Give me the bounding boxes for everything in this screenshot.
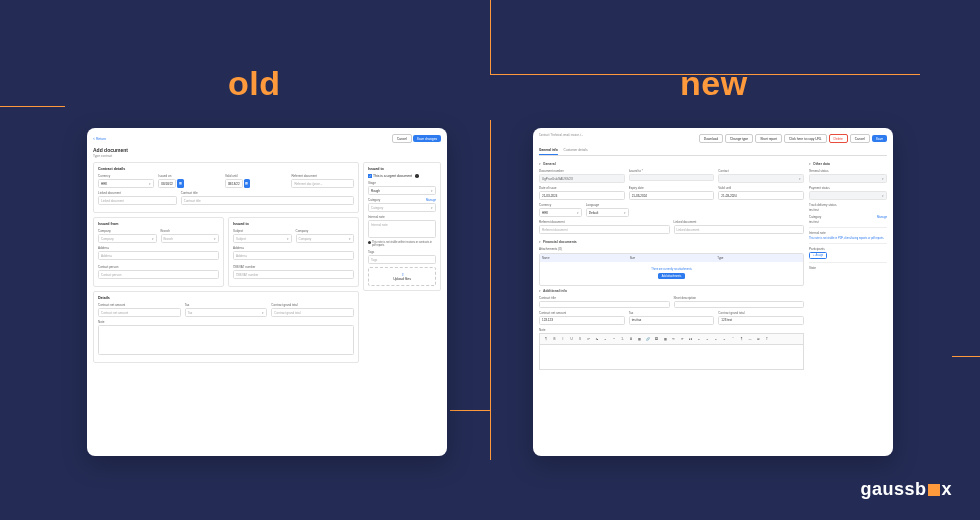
download-button[interactable]: Download: [699, 134, 723, 143]
assign-button[interactable]: +Assign: [809, 252, 827, 259]
toolbar-btn[interactable]: ≡: [721, 336, 729, 342]
breadcrumb[interactable]: Contract / Technical, email, invoice, t.…: [539, 134, 583, 137]
decoration: [450, 410, 490, 411]
contact-person-input[interactable]: Contact person: [98, 270, 219, 279]
toolbar-btn[interactable]: B: [551, 336, 559, 342]
general-status-select[interactable]: [809, 174, 887, 183]
grand-input[interactable]: 123 test: [718, 316, 804, 325]
short-report-button[interactable]: Short report: [755, 134, 782, 143]
urgent-checkbox[interactable]: [368, 174, 372, 178]
toolbar-btn[interactable]: T: [763, 336, 771, 342]
address-input[interactable]: Address: [233, 251, 354, 260]
decoration: [490, 0, 491, 74]
branch-select[interactable]: Branch: [161, 234, 220, 243]
change-type-button[interactable]: Change type: [725, 134, 753, 143]
add-attachments-button[interactable]: Add attachments: [658, 273, 685, 279]
contract-title-input[interactable]: [539, 301, 670, 308]
subject-select[interactable]: Subject: [233, 234, 292, 243]
upload-area[interactable]: ⇧Upload files: [368, 267, 436, 286]
currency-select[interactable]: HRK: [98, 179, 154, 188]
brand-logo: gaussbx: [860, 479, 952, 500]
toolbar-btn[interactable]: x²: [585, 336, 593, 342]
toolbar-btn[interactable]: ≡: [712, 336, 720, 342]
doc-number-input[interactable]: UgPruzUsluGAUSS/23: [539, 174, 625, 183]
section-general[interactable]: General: [539, 162, 804, 166]
company-select[interactable]: Company: [296, 234, 355, 243]
note-editor[interactable]: [539, 344, 804, 370]
internal-note-textarea[interactable]: Internal note: [368, 220, 436, 238]
contract-details-section: Contract details Currency HRK Issued on …: [93, 162, 359, 213]
toolbar-btn[interactable]: 🔗: [644, 336, 652, 342]
issued-on-input[interactable]: 08/18/22: [158, 179, 176, 188]
toolbar-btn[interactable]: ≡: [602, 336, 610, 342]
calendar-icon[interactable]: ▦: [244, 179, 251, 188]
toolbar-btn[interactable]: ≡: [695, 336, 703, 342]
toolbar-btn[interactable]: •: [610, 336, 618, 342]
toolbar-btn[interactable]: ¶: [542, 336, 550, 342]
toolbar-btn[interactable]: S: [576, 336, 584, 342]
section-other[interactable]: Other data: [809, 162, 887, 166]
tab-general[interactable]: General info: [539, 146, 558, 155]
toolbar-btn[interactable]: ⟲: [670, 336, 678, 342]
payment-status-select[interactable]: [809, 191, 887, 200]
linked-input[interactable]: Linked document: [674, 225, 805, 234]
section-financial[interactable]: Financial documents: [539, 240, 804, 244]
valid-until-input[interactable]: 21-03-2024: [718, 191, 804, 200]
note-textarea[interactable]: [98, 325, 354, 355]
language-select[interactable]: Default: [586, 208, 629, 217]
oib-input[interactable]: OIB/VAT number: [233, 270, 354, 279]
sort-size[interactable]: Size: [628, 254, 716, 262]
tax-select[interactable]: Tax: [185, 308, 268, 317]
toolbar-btn[interactable]: ": [729, 336, 737, 342]
contact-select[interactable]: [718, 174, 804, 183]
net-amount-input[interactable]: Contract net amount: [98, 308, 181, 317]
stage-select[interactable]: Rough: [368, 186, 436, 195]
back-link[interactable]: < Return: [93, 137, 106, 141]
toolbar-btn[interactable]: I: [559, 336, 567, 342]
toolbar-btn[interactable]: ⛶: [687, 336, 695, 342]
toolbar-btn[interactable]: ⟳: [678, 336, 686, 342]
date-issue-input[interactable]: 21-03-2024: [539, 191, 625, 200]
expiry-input[interactable]: 21-03-2024: [629, 191, 715, 200]
cancel-button[interactable]: Cancel: [392, 134, 412, 143]
save-button[interactable]: Save changes: [413, 135, 441, 142]
referent-input[interactable]: Referent doc (price...: [291, 179, 354, 188]
sort-name[interactable]: Name: [540, 254, 628, 262]
referent-input[interactable]: Referent document: [539, 225, 670, 234]
toolbar-btn[interactable]: A: [627, 336, 635, 342]
category-select[interactable]: Category: [368, 203, 436, 212]
sidebar-issued-to: Issued to This is a urgent document Stag…: [363, 162, 441, 291]
toolbar-btn[interactable]: ≡: [704, 336, 712, 342]
toolbar-btn[interactable]: ▦: [636, 336, 644, 342]
toolbar-btn[interactable]: ▦: [661, 336, 669, 342]
manage-link[interactable]: Manage: [426, 198, 436, 202]
company-select[interactable]: Company: [98, 234, 157, 243]
delete-button[interactable]: Delete: [829, 134, 848, 143]
net-input[interactable]: 123.123: [539, 316, 625, 325]
calendar-icon[interactable]: ▦: [177, 179, 184, 188]
cancel-button[interactable]: Cancel: [850, 134, 870, 143]
currency-select[interactable]: HRK: [539, 208, 582, 217]
valid-until-input[interactable]: 08/18/22: [225, 179, 243, 188]
toolbar-btn[interactable]: 1.: [619, 336, 627, 342]
toolbar-btn[interactable]: 🖼: [653, 336, 661, 342]
sort-type[interactable]: Type: [715, 254, 803, 262]
tab-customer[interactable]: Customer details: [564, 146, 588, 155]
section-additional[interactable]: Additional info: [539, 289, 804, 293]
short-desc-input[interactable]: [674, 301, 805, 308]
address-input[interactable]: Address: [98, 251, 219, 260]
toolbar-btn[interactable]: U: [568, 336, 576, 342]
save-button[interactable]: Save: [872, 135, 887, 142]
toolbar-btn[interactable]: ⊞: [755, 336, 763, 342]
tax-input[interactable]: test tax: [629, 316, 715, 325]
contract-title-input[interactable]: Contract title: [181, 196, 354, 205]
toolbar-btn[interactable]: —: [746, 336, 754, 342]
manage-link[interactable]: Manage: [877, 215, 887, 219]
grand-total-input[interactable]: Contract grand total: [271, 308, 354, 317]
toolbar-btn[interactable]: x₂: [593, 336, 601, 342]
toolbar-btn[interactable]: ¶: [738, 336, 746, 342]
tags-input[interactable]: Tags: [368, 255, 436, 264]
copy-url-button[interactable]: Click here to copy URL: [784, 134, 827, 143]
issued-to-input[interactable]: [629, 174, 715, 181]
linked-doc-input[interactable]: Linked document: [98, 196, 177, 205]
